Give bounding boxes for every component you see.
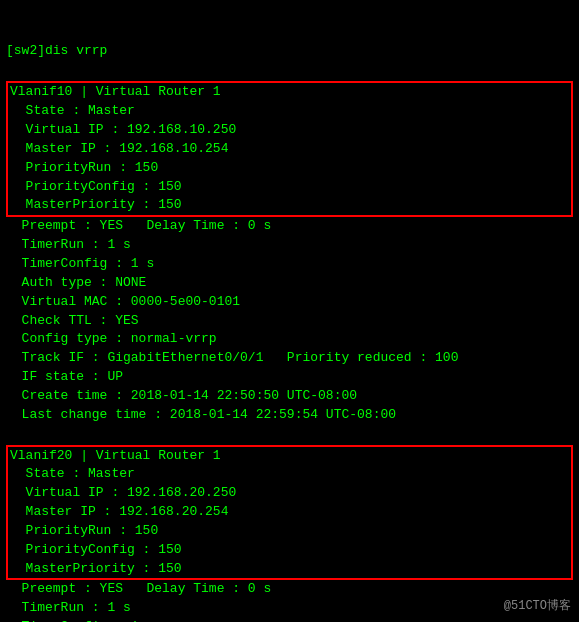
highlighted-line-2-0: Vlanif20 | Virtual Router 1 (10, 447, 569, 466)
highlighted-line-1-6: MasterPriority : 150 (10, 196, 569, 215)
highlighted-line-1-3: Master IP : 192.168.10.254 (10, 140, 569, 159)
normal-line-1-10: Last change time : 2018-01-14 22:59:54 U… (6, 406, 573, 425)
normal-line-1-3: Auth type : NONE (6, 274, 573, 293)
normal-line-2-1: TimerRun : 1 s (6, 599, 573, 618)
sections-container: Vlanif10 | Virtual Router 1 State : Mast… (6, 81, 573, 622)
highlighted-line-2-4: PriorityRun : 150 (10, 522, 569, 541)
normal-line-1-5: Check TTL : YES (6, 312, 573, 331)
normal-line-1-9: Create time : 2018-01-14 22:50:50 UTC-08… (6, 387, 573, 406)
normal-line-2-0: Preempt : YES Delay Time : 0 s (6, 580, 573, 599)
highlighted-line-1-0: Vlanif10 | Virtual Router 1 (10, 83, 569, 102)
highlighted-block-1: Vlanif10 | Virtual Router 1 State : Mast… (6, 81, 573, 217)
highlighted-line-2-1: State : Master (10, 465, 569, 484)
section-2: Vlanif20 | Virtual Router 1 State : Mast… (6, 445, 573, 622)
watermark: @51CTO博客 (504, 597, 571, 614)
highlighted-line-1-1: State : Master (10, 102, 569, 121)
highlighted-line-2-5: PriorityConfig : 150 (10, 541, 569, 560)
highlighted-line-1-5: PriorityConfig : 150 (10, 178, 569, 197)
highlighted-line-1-4: PriorityRun : 150 (10, 159, 569, 178)
normal-line-1-2: TimerConfig : 1 s (6, 255, 573, 274)
terminal: [sw2]dis vrrp (6, 4, 573, 79)
normal-line-2-2: TimerConfig : 1 s (6, 618, 573, 622)
normal-line-1-6: Config type : normal-vrrp (6, 330, 573, 349)
highlighted-line-2-3: Master IP : 192.168.20.254 (10, 503, 569, 522)
normal-line-1-7: Track IF : GigabitEthernet0/0/1 Priority… (6, 349, 573, 368)
highlighted-line-2-2: Virtual IP : 192.168.20.250 (10, 484, 569, 503)
normal-line-1-8: IF state : UP (6, 368, 573, 387)
normal-line-1-1: TimerRun : 1 s (6, 236, 573, 255)
normal-line-1-4: Virtual MAC : 0000-5e00-0101 (6, 293, 573, 312)
normal-line-1-0: Preempt : YES Delay Time : 0 s (6, 217, 573, 236)
highlighted-line-1-2: Virtual IP : 192.168.10.250 (10, 121, 569, 140)
highlighted-block-2: Vlanif20 | Virtual Router 1 State : Mast… (6, 445, 573, 581)
highlighted-line-2-6: MasterPriority : 150 (10, 560, 569, 579)
section-1: Vlanif10 | Virtual Router 1 State : Mast… (6, 81, 573, 424)
prompt-line: [sw2]dis vrrp (6, 42, 573, 61)
